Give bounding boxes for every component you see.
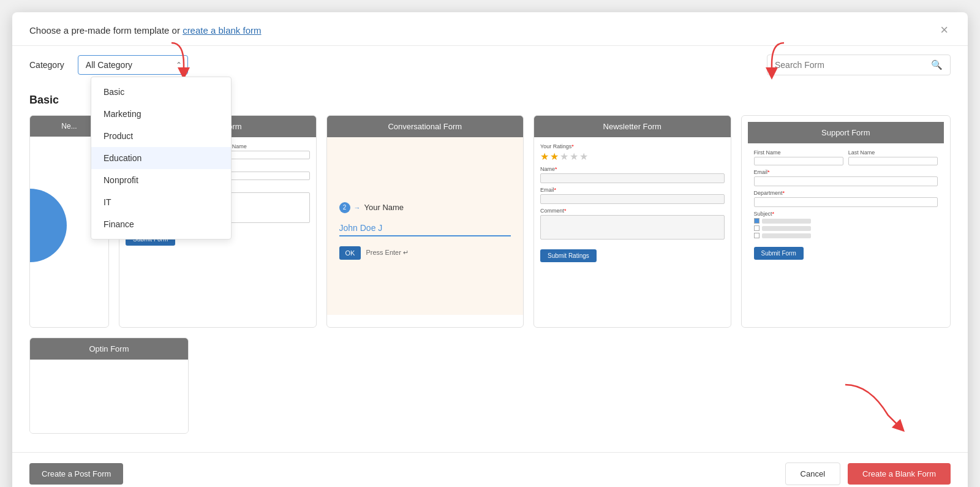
search-wrapper: 🔍 [767, 55, 951, 75]
modal-title: Choose a pre-made form template or creat… [29, 25, 262, 36]
support-checkbox-1 [754, 218, 938, 224]
form-card-header-support: Support Form [748, 122, 944, 143]
conv-step-label: 2 → Your Name [339, 202, 511, 213]
support-email-label: Email* [754, 169, 938, 175]
newsletter-comment-textarea [540, 215, 725, 240]
support-subject-field: Subject* [754, 211, 938, 238]
newsletter-email-input [540, 194, 725, 204]
newsletter-email-label: Email* [540, 187, 725, 193]
create-blank-button[interactable]: Create a Blank Form [848, 463, 951, 485]
support-lastname-field: Last Name [848, 149, 938, 165]
newsletter-comment-label: Comment* [540, 208, 725, 214]
dropdown-item-basic[interactable]: Basic [91, 81, 231, 103]
support-dept-label: Department* [754, 190, 938, 196]
form-card-body-support: First Name Last Name Email* Departme [748, 143, 944, 321]
support-checkbox-icon-2 [754, 225, 760, 231]
form-card-optin[interactable]: Optin Form [29, 338, 189, 434]
form-card-body-newsletter: Your Ratings* ★ ★ ★ ★ ★ Name* Email* [534, 137, 731, 315]
star-2: ★ [550, 151, 559, 162]
dropdown-item-education[interactable]: Education [91, 147, 231, 169]
newsletter-name-input [540, 173, 725, 183]
conv-step-number: 2 [339, 202, 350, 213]
search-icon: 🔍 [931, 59, 943, 70]
search-input[interactable] [775, 60, 931, 70]
support-dept-field: Department* [754, 190, 938, 207]
conv-press-enter-text: Press Enter ↵ [366, 249, 409, 257]
support-dept-select [754, 197, 938, 207]
conv-ok-btn: OK [339, 246, 361, 260]
conv-ok-row: OK Press Enter ↵ [339, 246, 511, 260]
support-firstname-input [754, 157, 843, 165]
support-firstname-label: First Name [754, 149, 843, 156]
support-checkbox-3 [754, 233, 938, 238]
star-4: ★ [570, 151, 578, 162]
support-lastname-input [848, 157, 938, 165]
newsletter-stars: ★ ★ ★ ★ ★ [540, 151, 725, 162]
newsletter-submit-btn: Submit Ratings [540, 249, 597, 262]
dropdown-item-nonprofit[interactable]: Nonprofit [91, 169, 231, 191]
dropdown-item-it[interactable]: IT [91, 191, 231, 213]
blue-circle-decoration [30, 189, 67, 262]
modal-footer: Create a Post Form Cancel Create a Blank… [12, 452, 968, 487]
form-card-support[interactable]: Support Form First Name Last Name Em [741, 115, 951, 328]
modal-container: Choose a pre-made form template or creat… [12, 12, 968, 487]
support-subject-label: Subject* [754, 211, 938, 217]
conv-step-text: Your Name [364, 203, 404, 212]
form-card-body-conversational: 2 → Your Name OK Press Enter ↵ [327, 137, 524, 315]
dropdown-item-marketing[interactable]: Marketing [91, 103, 231, 125]
newsletter-name-field: Name* [540, 166, 725, 183]
forms-grid-row2: Optin Form [29, 338, 951, 434]
form-card-header-optin: Optin Form [30, 338, 188, 360]
category-dropdown: Basic Marketing Product Education Nonpro… [91, 77, 232, 240]
support-email-field: Email* [754, 169, 938, 186]
form-card-newsletter[interactable]: Newsletter Form Your Ratings* ★ ★ ★ ★ ★ … [533, 115, 731, 328]
category-label: Category [29, 60, 64, 70]
dropdown-item-finance[interactable]: Finance [91, 213, 231, 235]
newsletter-comment-field: Comment* [540, 208, 725, 240]
newsletter-email-field: Email* [540, 187, 725, 204]
support-checkbox-label-3 [762, 233, 811, 238]
cancel-button[interactable]: Cancel [785, 462, 840, 485]
form-card-body-optin [30, 360, 188, 433]
newsletter-name-label: Name* [540, 166, 725, 172]
dropdown-item-product[interactable]: Product [91, 125, 231, 147]
newsletter-rating-label: Your Ratings* [540, 143, 725, 149]
conv-arrow-icon: → [354, 204, 361, 211]
star-1: ★ [540, 151, 549, 162]
star-5: ★ [579, 151, 588, 162]
category-select[interactable]: All Category Basic Marketing Product Edu… [78, 55, 188, 75]
support-submit-btn: Submit Form [754, 247, 804, 260]
contact-lastname-input [220, 151, 309, 159]
form-card-header-newsletter: Newsletter Form [534, 116, 731, 137]
star-3: ★ [560, 151, 568, 162]
support-firstname-field: First Name [754, 149, 843, 165]
support-checkbox-label-2 [762, 226, 811, 231]
category-select-wrapper: All Category Basic Marketing Product Edu… [78, 55, 188, 75]
form-card-conversational[interactable]: Conversational Form 2 → Your Name OK Pre… [326, 115, 524, 328]
footer-right-actions: Cancel Create a Blank Form [785, 462, 951, 485]
form-card-header-conversational: Conversational Form [327, 116, 524, 137]
support-checkbox-icon-1 [754, 218, 760, 224]
contact-lastname-label: Last Name [220, 143, 309, 149]
modal-header: Choose a pre-made form template or creat… [12, 12, 968, 46]
create-blank-link[interactable]: create a blank form [183, 25, 261, 36]
create-post-button[interactable]: Create a Post Form [29, 463, 123, 485]
support-checkbox-2 [754, 225, 938, 231]
support-name-row: First Name Last Name [754, 149, 938, 165]
support-lastname-label: Last Name [848, 149, 938, 156]
contact-lastname-field: Last Name [220, 143, 309, 159]
conv-name-input[interactable] [339, 221, 511, 236]
support-checkbox-label-1 [762, 219, 811, 224]
close-button[interactable]: × [938, 23, 951, 37]
support-checkbox-icon-3 [754, 233, 760, 238]
support-email-input [754, 176, 938, 186]
modal-title-text: Choose a pre-made form template or [29, 25, 180, 36]
